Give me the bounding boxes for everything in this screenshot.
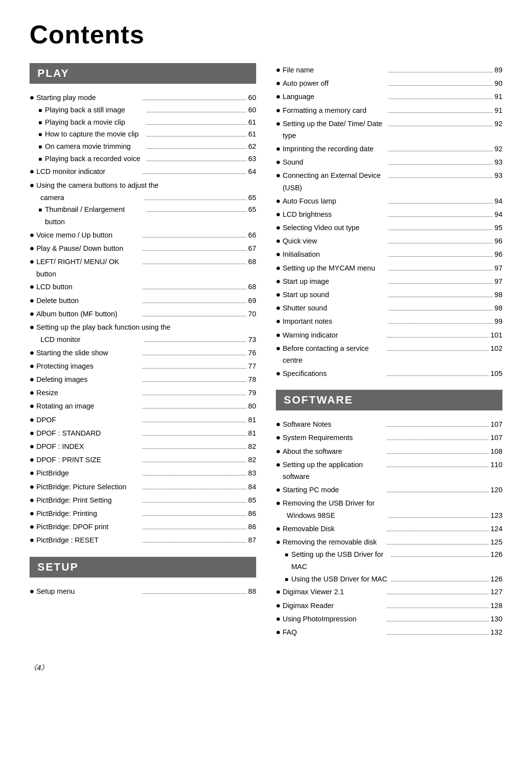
- entry-text: Removable Disk: [283, 523, 385, 535]
- entry-text: LCD monitor indicator: [36, 166, 140, 178]
- list-item: ■Playing back a still image60: [30, 104, 256, 116]
- page-number: 67: [248, 242, 256, 255]
- list-item: ●Digimax Viewer 2.1127: [276, 585, 502, 598]
- entry-text: Thumbnail / Enlargement button: [45, 204, 144, 228]
- list-item: ●Before contacting a service centre102: [276, 341, 502, 367]
- list-item: ●Setting up the application software110: [276, 458, 502, 483]
- list-item: ●Setting up the Date/ Time/ Date type92: [276, 117, 502, 142]
- page-number: 61: [248, 128, 256, 140]
- page-number: 68: [248, 256, 256, 268]
- entry-text: PictBridge: Print Setting: [36, 494, 140, 507]
- list-item: ●Removable Disk124: [276, 522, 502, 535]
- entry-text: About the software: [283, 445, 385, 458]
- entry-text: Delete button: [36, 295, 140, 307]
- list-item: ●Protecting images77: [30, 359, 256, 373]
- bullet-icon: ●: [30, 440, 34, 453]
- list-item: ●Removing the USB Driver for: [276, 496, 502, 509]
- entry-text: DPOF : PRINT SIZE: [36, 454, 140, 466]
- entry-text: LEFT/ RIGHT/ MENU/ OK button: [36, 256, 140, 280]
- list-item: ■How to capture the movie clip61: [30, 128, 256, 140]
- entry-text: Digimax Reader: [283, 600, 385, 612]
- entry-text: PictBridge: [36, 467, 140, 479]
- entry-text: Initialisation: [283, 248, 387, 261]
- page-number: 81: [248, 427, 256, 440]
- list-item: ●Starting play mode60: [30, 91, 256, 104]
- entry-text: Setting up the application software: [283, 459, 385, 483]
- list-item: ■Playing back a movie clip61: [30, 116, 256, 129]
- left-column: PLAY ●Starting play mode60■Playing back …: [30, 63, 256, 648]
- bullet-icon: ●: [276, 535, 281, 548]
- bullet-icon: ●: [276, 458, 281, 471]
- entry-text: PictBridge: Picture Selection: [36, 481, 140, 493]
- bullet-icon: ●: [276, 367, 281, 380]
- list-item: ●LCD button68: [30, 280, 256, 293]
- bullet-icon: ●: [30, 228, 34, 241]
- list-item: ●Resize79: [30, 386, 256, 399]
- list-item: ●About the software108: [276, 444, 502, 458]
- entry-text: Using the USB Driver for MAC: [291, 573, 389, 585]
- entry-text: Start up image: [283, 275, 387, 288]
- bullet-icon: ●: [30, 480, 34, 493]
- bullet-icon: ●: [276, 522, 281, 535]
- list-item: ■Using the USB Driver for MAC126: [276, 573, 502, 585]
- page-number: 66: [248, 229, 256, 241]
- page-number: 101: [491, 329, 502, 341]
- software-toc-list: ●Software Notes107●System Requirements10…: [276, 417, 502, 639]
- bullet-icon: ●: [30, 294, 34, 307]
- list-item: ●Specifications105: [276, 367, 502, 380]
- list-item: ●Important notes99: [276, 314, 502, 328]
- bullet-icon: ●: [276, 90, 281, 103]
- page-number: 82: [248, 454, 256, 466]
- bullet-icon: ●: [30, 346, 34, 359]
- bullet-icon: ●: [276, 444, 281, 458]
- entry-text: Protecting images: [36, 360, 140, 373]
- page-number: 125: [491, 536, 502, 548]
- entry-text: On camera movie trimming: [45, 140, 144, 153]
- page-number: 86: [248, 521, 256, 533]
- bullet-icon: ●: [276, 76, 281, 90]
- bullet-icon: ●: [276, 625, 281, 639]
- entry-text: LCD button: [36, 281, 140, 293]
- list-item: ●Delete button69: [30, 294, 256, 307]
- page-number: 84: [248, 481, 256, 493]
- list-item: ■On camera movie trimming62: [30, 140, 256, 153]
- entry-text: Removing the removable disk: [283, 536, 385, 548]
- bullet-icon: ■: [38, 205, 42, 215]
- entry-text: DPOF: [36, 414, 140, 426]
- page-number: 68: [248, 281, 256, 293]
- list-item: ●Voice memo / Up button66: [30, 228, 256, 241]
- page-number: 92: [495, 118, 502, 130]
- entry-text: Playing back a movie clip: [45, 116, 144, 129]
- list-item: ●Album button (MF button)70: [30, 307, 256, 320]
- page-number: 82: [248, 441, 256, 453]
- bullet-icon: ●: [30, 584, 34, 598]
- bullet-icon: ●: [276, 142, 281, 155]
- bullet-icon: ●: [30, 426, 34, 440]
- bullet-icon: ●: [276, 417, 281, 431]
- page-number: 108: [491, 445, 502, 458]
- entry-text: LCD monitor: [40, 334, 142, 346]
- entry-text: Connecting an External Device (USB): [283, 170, 387, 194]
- page-number: 130: [491, 613, 502, 625]
- entry-text: DPOF : STANDARD: [36, 427, 140, 440]
- entry-text: Language: [283, 91, 387, 103]
- bullet-icon: ●: [30, 399, 34, 412]
- page-number: 69: [248, 295, 256, 307]
- list-item: ●PictBridge: DPOF print86: [30, 520, 256, 533]
- entry-text: Setting up the USB Driver for MAC: [291, 548, 389, 573]
- page-number: 89: [495, 64, 502, 76]
- entry-text: Quick view: [283, 235, 387, 247]
- list-item: ●DPOF81: [30, 413, 256, 426]
- page-number: 95: [495, 222, 502, 234]
- page-number: 87: [248, 534, 256, 546]
- list-item: ●PictBridge : RESET87: [30, 533, 256, 546]
- page-number: 65: [248, 192, 256, 204]
- list-item: ●PictBridge: Picture Selection84: [30, 480, 256, 493]
- bullet-icon: ●: [30, 466, 34, 479]
- bullet-icon: ●: [30, 307, 34, 320]
- list-item: ●Auto power off90: [276, 76, 502, 90]
- list-item: ●Shutter sound98: [276, 301, 502, 314]
- bullet-icon: ●: [30, 359, 34, 373]
- list-item: ●FAQ132: [276, 625, 502, 639]
- bullet-icon: ●: [30, 320, 34, 334]
